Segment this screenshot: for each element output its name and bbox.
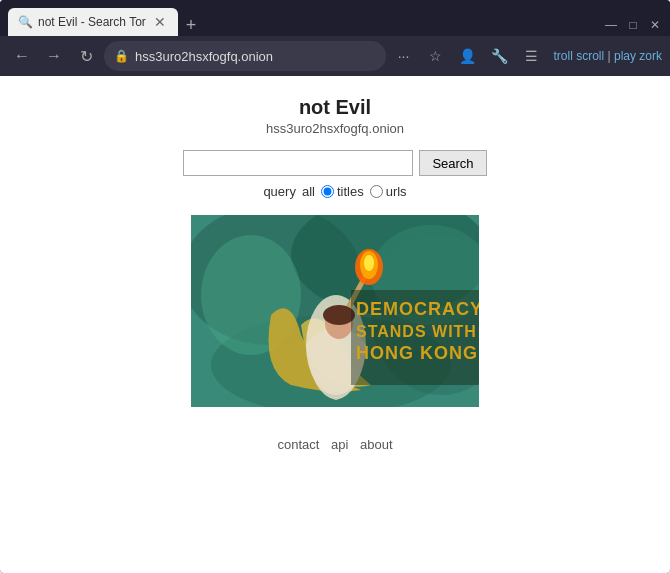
hero-image: DEMOCRACY STANDS WITH HONG KONG [191,215,479,407]
svg-text:DEMOCRACY: DEMOCRACY [356,299,479,319]
lock-icon: 🔒 [114,49,129,63]
top-links: troll scroll | play zork [554,49,663,63]
profile-button[interactable]: 👤 [454,42,482,70]
back-button[interactable]: ← [8,42,36,70]
search-form: Search [183,150,486,176]
maximize-button[interactable]: □ [626,18,640,32]
svg-point-11 [364,255,374,271]
page-inner: not Evil hss3uro2hsxfogfq.onion Search q… [0,76,670,482]
titles-label: titles [337,184,364,199]
urls-label: urls [386,184,407,199]
browser-window: 🔍 not Evil - Search Tor ✕ + — □ ✕ ← → ↻ … [0,0,670,573]
forward-button[interactable]: → [40,42,68,70]
menu-button[interactable]: ☰ [518,42,546,70]
more-button[interactable]: ··· [390,42,418,70]
all-label: all [302,184,315,199]
svg-text:STANDS WITH: STANDS WITH [356,323,477,340]
minimize-button[interactable]: — [604,18,618,32]
address-bar[interactable]: 🔒 hss3uro2hsxfogfq.onion [104,41,386,71]
extensions-button[interactable]: 🔧 [486,42,514,70]
site-subtitle: hss3uro2hsxfogfq.onion [266,121,404,136]
tab-favicon: 🔍 [18,15,32,29]
reload-button[interactable]: ↻ [72,42,100,70]
navigation-bar: ← → ↻ 🔒 hss3uro2hsxfogfq.onion ··· ☆ 👤 🔧… [0,36,670,76]
about-link[interactable]: about [360,437,393,452]
hero-svg: DEMOCRACY STANDS WITH HONG KONG [191,215,479,407]
troll-scroll-link[interactable]: troll scroll [554,49,605,63]
svg-point-13 [323,305,355,325]
search-input[interactable] [183,150,413,176]
tab-title: not Evil - Search Tor [38,15,146,29]
search-button[interactable]: Search [419,150,486,176]
nav-right-buttons: ··· ☆ 👤 🔧 ☰ [390,42,546,70]
browser-tab[interactable]: 🔍 not Evil - Search Tor ✕ [8,8,178,36]
play-zork-link[interactable]: play zork [614,49,662,63]
tab-close-button[interactable]: ✕ [152,14,168,30]
site-title: not Evil [299,96,371,119]
address-text: hss3uro2hsxfogfq.onion [135,49,376,64]
bookmark-button[interactable]: ☆ [422,42,450,70]
svg-text:HONG KONG: HONG KONG [356,343,478,363]
search-options: query all titles urls [263,184,406,199]
urls-radio[interactable] [370,185,383,198]
urls-option[interactable]: urls [370,184,407,199]
footer-links: contact api about [277,437,392,452]
tab-bar: 🔍 not Evil - Search Tor ✕ + — □ ✕ [0,0,670,36]
close-button[interactable]: ✕ [648,18,662,32]
new-tab-button[interactable]: + [178,16,205,34]
titles-radio[interactable] [321,185,334,198]
page-content: not Evil hss3uro2hsxfogfq.onion Search q… [0,76,670,573]
contact-link[interactable]: contact [277,437,319,452]
api-link[interactable]: api [331,437,348,452]
window-controls: — □ ✕ [604,18,662,36]
query-label: query [263,184,296,199]
titles-option[interactable]: titles [321,184,364,199]
